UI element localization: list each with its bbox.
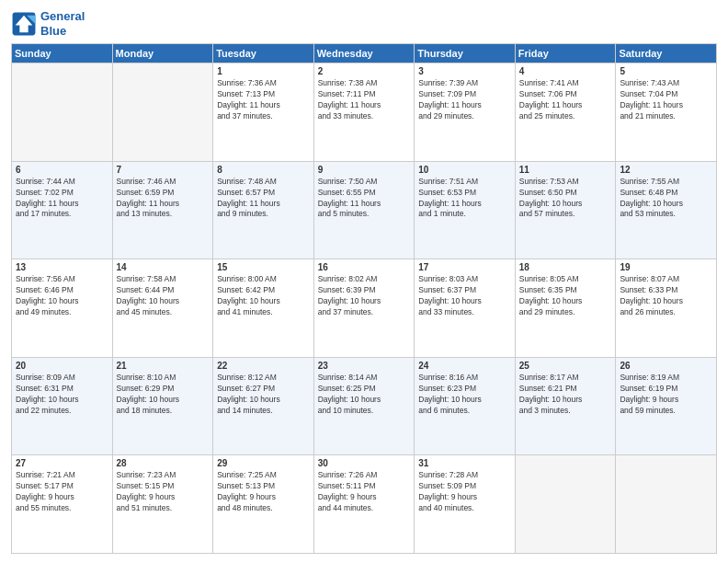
calendar-day-cell: 2Sunrise: 7:38 AM Sunset: 7:11 PM Daylig… bbox=[313, 63, 415, 162]
day-number: 11 bbox=[519, 165, 612, 175]
weekday-header: Saturday bbox=[616, 44, 717, 63]
calendar-week-row: 1Sunrise: 7:36 AM Sunset: 7:13 PM Daylig… bbox=[12, 63, 717, 162]
day-info: Sunrise: 7:51 AM Sunset: 6:53 PM Dayligh… bbox=[418, 177, 511, 221]
calendar-day-cell: 12Sunrise: 7:55 AM Sunset: 6:48 PM Dayli… bbox=[616, 161, 717, 259]
day-info: Sunrise: 7:53 AM Sunset: 6:50 PM Dayligh… bbox=[519, 177, 612, 221]
day-number: 20 bbox=[16, 361, 108, 371]
calendar-week-row: 6Sunrise: 7:44 AM Sunset: 7:02 PM Daylig… bbox=[12, 161, 717, 259]
day-info: Sunrise: 7:55 AM Sunset: 6:48 PM Dayligh… bbox=[620, 177, 712, 221]
calendar-day-cell: 16Sunrise: 8:02 AM Sunset: 6:39 PM Dayli… bbox=[313, 259, 415, 358]
day-info: Sunrise: 8:10 AM Sunset: 6:29 PM Dayligh… bbox=[117, 373, 210, 417]
weekday-header: Monday bbox=[112, 44, 213, 63]
day-number: 22 bbox=[217, 361, 310, 371]
day-info: Sunrise: 7:43 AM Sunset: 7:04 PM Dayligh… bbox=[620, 78, 712, 122]
weekday-header: Tuesday bbox=[213, 44, 314, 63]
calendar-week-row: 27Sunrise: 7:21 AM Sunset: 5:17 PM Dayli… bbox=[12, 455, 717, 554]
calendar-day-cell bbox=[12, 63, 113, 162]
calendar-day-cell: 28Sunrise: 7:23 AM Sunset: 5:15 PM Dayli… bbox=[112, 455, 213, 554]
weekday-header: Sunday bbox=[12, 44, 113, 63]
day-number: 2 bbox=[318, 66, 411, 76]
day-info: Sunrise: 7:56 AM Sunset: 6:46 PM Dayligh… bbox=[16, 274, 108, 318]
logo-text: General Blue bbox=[40, 9, 85, 38]
day-number: 5 bbox=[620, 66, 712, 76]
calendar-body: 1Sunrise: 7:36 AM Sunset: 7:13 PM Daylig… bbox=[12, 63, 717, 554]
calendar-day-cell: 22Sunrise: 8:12 AM Sunset: 6:27 PM Dayli… bbox=[213, 357, 314, 455]
day-info: Sunrise: 7:25 AM Sunset: 5:13 PM Dayligh… bbox=[217, 470, 310, 514]
logo-icon bbox=[11, 11, 37, 37]
calendar-day-cell: 25Sunrise: 8:17 AM Sunset: 6:21 PM Dayli… bbox=[515, 357, 616, 455]
day-info: Sunrise: 8:14 AM Sunset: 6:25 PM Dayligh… bbox=[318, 373, 411, 417]
calendar-day-cell: 14Sunrise: 7:58 AM Sunset: 6:44 PM Dayli… bbox=[112, 259, 213, 358]
calendar-week-row: 20Sunrise: 8:09 AM Sunset: 6:31 PM Dayli… bbox=[12, 357, 717, 455]
calendar-day-cell: 15Sunrise: 8:00 AM Sunset: 6:42 PM Dayli… bbox=[213, 259, 314, 358]
day-info: Sunrise: 7:48 AM Sunset: 6:57 PM Dayligh… bbox=[217, 177, 310, 221]
calendar-day-cell: 9Sunrise: 7:50 AM Sunset: 6:55 PM Daylig… bbox=[313, 161, 415, 259]
day-number: 23 bbox=[318, 361, 411, 371]
day-info: Sunrise: 7:46 AM Sunset: 6:59 PM Dayligh… bbox=[117, 177, 210, 221]
calendar-day-cell: 17Sunrise: 8:03 AM Sunset: 6:37 PM Dayli… bbox=[415, 259, 516, 358]
day-info: Sunrise: 7:41 AM Sunset: 7:06 PM Dayligh… bbox=[519, 78, 612, 122]
day-number: 7 bbox=[117, 165, 210, 175]
calendar-day-cell: 24Sunrise: 8:16 AM Sunset: 6:23 PM Dayli… bbox=[415, 357, 516, 455]
calendar-day-cell: 11Sunrise: 7:53 AM Sunset: 6:50 PM Dayli… bbox=[515, 161, 616, 259]
calendar-week-row: 13Sunrise: 7:56 AM Sunset: 6:46 PM Dayli… bbox=[12, 259, 717, 358]
day-info: Sunrise: 7:58 AM Sunset: 6:44 PM Dayligh… bbox=[117, 274, 210, 318]
calendar-day-cell: 20Sunrise: 8:09 AM Sunset: 6:31 PM Dayli… bbox=[12, 357, 113, 455]
calendar-day-cell: 30Sunrise: 7:26 AM Sunset: 5:11 PM Dayli… bbox=[313, 455, 415, 554]
day-number: 8 bbox=[217, 165, 310, 175]
logo: General Blue bbox=[11, 9, 85, 38]
day-info: Sunrise: 7:28 AM Sunset: 5:09 PM Dayligh… bbox=[418, 470, 511, 514]
day-info: Sunrise: 8:16 AM Sunset: 6:23 PM Dayligh… bbox=[418, 373, 511, 417]
calendar-day-cell: 26Sunrise: 8:19 AM Sunset: 6:19 PM Dayli… bbox=[616, 357, 717, 455]
weekday-header: Friday bbox=[515, 44, 616, 63]
calendar-day-cell: 3Sunrise: 7:39 AM Sunset: 7:09 PM Daylig… bbox=[415, 63, 516, 162]
day-info: Sunrise: 8:02 AM Sunset: 6:39 PM Dayligh… bbox=[318, 274, 411, 318]
day-number: 12 bbox=[620, 165, 712, 175]
day-info: Sunrise: 7:23 AM Sunset: 5:15 PM Dayligh… bbox=[117, 470, 210, 514]
day-info: Sunrise: 7:50 AM Sunset: 6:55 PM Dayligh… bbox=[318, 177, 411, 221]
calendar-day-cell: 31Sunrise: 7:28 AM Sunset: 5:09 PM Dayli… bbox=[415, 455, 516, 554]
calendar-day-cell: 13Sunrise: 7:56 AM Sunset: 6:46 PM Dayli… bbox=[12, 259, 113, 358]
calendar-day-cell bbox=[515, 455, 616, 554]
day-number: 27 bbox=[16, 458, 108, 468]
calendar-day-cell: 29Sunrise: 7:25 AM Sunset: 5:13 PM Dayli… bbox=[213, 455, 314, 554]
day-number: 30 bbox=[318, 458, 411, 468]
day-info: Sunrise: 8:03 AM Sunset: 6:37 PM Dayligh… bbox=[418, 274, 511, 318]
day-number: 13 bbox=[16, 262, 108, 272]
day-info: Sunrise: 7:26 AM Sunset: 5:11 PM Dayligh… bbox=[318, 470, 411, 514]
day-info: Sunrise: 7:21 AM Sunset: 5:17 PM Dayligh… bbox=[16, 470, 108, 514]
calendar-table: SundayMondayTuesdayWednesdayThursdayFrid… bbox=[11, 43, 717, 554]
day-number: 4 bbox=[519, 66, 612, 76]
day-number: 25 bbox=[519, 361, 612, 371]
calendar-day-cell: 10Sunrise: 7:51 AM Sunset: 6:53 PM Dayli… bbox=[415, 161, 516, 259]
weekday-header: Thursday bbox=[415, 44, 516, 63]
day-number: 19 bbox=[620, 262, 712, 272]
day-info: Sunrise: 8:09 AM Sunset: 6:31 PM Dayligh… bbox=[16, 373, 108, 417]
calendar-day-cell: 7Sunrise: 7:46 AM Sunset: 6:59 PM Daylig… bbox=[112, 161, 213, 259]
calendar-day-cell: 6Sunrise: 7:44 AM Sunset: 7:02 PM Daylig… bbox=[12, 161, 113, 259]
calendar-day-cell: 23Sunrise: 8:14 AM Sunset: 6:25 PM Dayli… bbox=[313, 357, 415, 455]
day-info: Sunrise: 8:05 AM Sunset: 6:35 PM Dayligh… bbox=[519, 274, 612, 318]
calendar-day-cell: 19Sunrise: 8:07 AM Sunset: 6:33 PM Dayli… bbox=[616, 259, 717, 358]
day-number: 9 bbox=[318, 165, 411, 175]
day-number: 1 bbox=[217, 66, 310, 76]
day-number: 3 bbox=[418, 66, 511, 76]
calendar-day-cell bbox=[616, 455, 717, 554]
calendar-day-cell: 27Sunrise: 7:21 AM Sunset: 5:17 PM Dayli… bbox=[12, 455, 113, 554]
day-number: 31 bbox=[418, 458, 511, 468]
day-number: 24 bbox=[418, 361, 511, 371]
day-number: 14 bbox=[117, 262, 210, 272]
day-number: 16 bbox=[318, 262, 411, 272]
calendar-day-cell: 21Sunrise: 8:10 AM Sunset: 6:29 PM Dayli… bbox=[112, 357, 213, 455]
calendar-day-cell: 8Sunrise: 7:48 AM Sunset: 6:57 PM Daylig… bbox=[213, 161, 314, 259]
day-number: 15 bbox=[217, 262, 310, 272]
calendar-day-cell: 18Sunrise: 8:05 AM Sunset: 6:35 PM Dayli… bbox=[515, 259, 616, 358]
day-number: 10 bbox=[418, 165, 511, 175]
day-number: 17 bbox=[418, 262, 511, 272]
day-number: 29 bbox=[217, 458, 310, 468]
calendar-day-cell: 4Sunrise: 7:41 AM Sunset: 7:06 PM Daylig… bbox=[515, 63, 616, 162]
day-info: Sunrise: 7:36 AM Sunset: 7:13 PM Dayligh… bbox=[217, 78, 310, 122]
header: General Blue bbox=[11, 9, 717, 38]
day-number: 18 bbox=[519, 262, 612, 272]
day-number: 6 bbox=[16, 165, 108, 175]
